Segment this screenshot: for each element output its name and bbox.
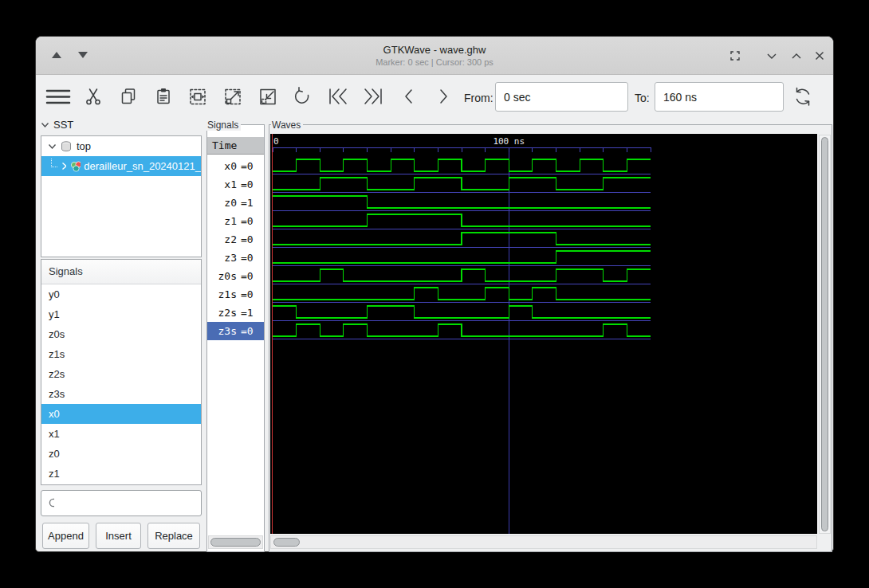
gtkwave-window: GTKWave - wave.ghw Marker: 0 sec | Curso…	[35, 36, 834, 552]
undo-button[interactable]	[292, 86, 313, 108]
shift-left-icon	[399, 86, 419, 108]
chevron-right-icon	[60, 162, 67, 171]
append-button[interactable]: Append	[42, 523, 89, 549]
zoom-fit-icon	[187, 86, 208, 108]
fetch-end-icon	[360, 86, 386, 108]
waves-frame-label: Waves	[271, 120, 303, 131]
wave-vscroll-thumb[interactable]	[821, 137, 828, 531]
from-label: From:	[464, 92, 493, 104]
svg-text:100 ns: 100 ns	[493, 136, 525, 147]
list-item[interactable]: z1s	[41, 344, 201, 364]
reload-icon	[790, 86, 816, 108]
zoom-from-selection-icon	[258, 86, 278, 108]
signal-pane-hscrollbar[interactable]	[208, 535, 263, 549]
list-item-selected[interactable]: x0	[41, 404, 201, 424]
zoom-to-selection-icon	[222, 86, 243, 108]
to-label: To:	[635, 92, 650, 104]
tree-item-derailleur[interactable]: derailleur_sn_20240121_	[41, 156, 201, 176]
copy-icon	[118, 86, 139, 108]
minimize-button[interactable]	[763, 47, 781, 65]
replace-button[interactable]: Replace	[147, 523, 200, 549]
fit-window-button[interactable]	[726, 47, 744, 65]
from-input[interactable]	[495, 82, 628, 112]
sst-tree-panel: top derailleur_sn_20240121_	[41, 135, 202, 257]
wave-hscroll-thumb[interactable]	[273, 538, 300, 547]
list-item[interactable]: z1	[41, 464, 201, 484]
shift-right-button[interactable]	[433, 86, 454, 108]
signal-row[interactable]: z0s=0	[207, 267, 264, 285]
maximize-icon	[788, 47, 805, 65]
signal-row[interactable]: z1=0	[207, 212, 264, 230]
list-item[interactable]: z0s	[41, 324, 201, 344]
zoom-from-selection-button[interactable]	[258, 86, 278, 108]
fetch-start-button[interactable]	[325, 86, 351, 108]
marker-cursor-status: Marker: 0 sec | Cursor: 300 ps	[36, 57, 833, 67]
svg-text:0: 0	[273, 136, 279, 147]
cut-button[interactable]	[83, 86, 104, 108]
signal-list-panel: Signals y0 y1 z0s z1s z2s z3s x0 x1 z0 z…	[41, 259, 202, 485]
list-item[interactable]: z3s	[41, 384, 201, 404]
signal-row[interactable]: z0=1	[207, 194, 264, 212]
chevron-down-icon	[48, 142, 57, 151]
close-icon	[811, 47, 828, 65]
minimize-icon	[763, 47, 781, 65]
list-item[interactable]: y1	[41, 304, 201, 324]
signal-search-box[interactable]	[41, 490, 202, 516]
fetch-start-icon	[325, 86, 351, 108]
shift-right-icon	[433, 86, 454, 108]
tree-guide-line	[51, 159, 57, 167]
titlebar[interactable]: GTKWave - wave.ghw Marker: 0 sec | Curso…	[36, 37, 833, 75]
signals-frame-label: Signals	[206, 120, 241, 131]
reload-button[interactable]	[790, 86, 816, 108]
zoom-to-selection-button[interactable]	[222, 86, 243, 108]
signal-row[interactable]: z1s=0	[207, 285, 264, 304]
desktop-background: GTKWave - wave.ghw Marker: 0 sec | Curso…	[0, 0, 869, 588]
signal-list-header[interactable]: Signals	[41, 260, 201, 284]
cut-icon	[83, 86, 104, 108]
window-title: GTKWave - wave.ghw	[36, 44, 833, 56]
to-input[interactable]	[655, 82, 784, 112]
menu-button[interactable]	[45, 86, 71, 108]
signal-pane-hscroll-thumb[interactable]	[210, 538, 261, 547]
wave-hscrollbar[interactable]	[270, 535, 817, 549]
signal-row[interactable]: x1=0	[207, 175, 264, 194]
undo-icon	[292, 86, 313, 108]
database-icon	[60, 140, 73, 153]
maximize-button[interactable]	[788, 47, 805, 65]
list-item[interactable]: z0	[41, 444, 201, 464]
chevron-down-icon	[41, 120, 49, 129]
signal-row[interactable]: x0=0	[207, 157, 264, 175]
list-item[interactable]: z2s	[41, 364, 201, 384]
tree-item-label: derailleur_sn_20240121_	[84, 160, 201, 172]
wave-vscrollbar[interactable]	[819, 135, 831, 534]
sst-header-label: SST	[53, 119, 73, 131]
close-button[interactable]	[811, 47, 828, 65]
fetch-end-button[interactable]	[360, 86, 386, 108]
paste-button[interactable]	[153, 86, 174, 108]
search-icon	[48, 497, 54, 510]
list-item[interactable]: x1	[41, 424, 201, 444]
insert-button[interactable]: Insert	[96, 523, 141, 549]
list-item[interactable]: y0	[41, 284, 201, 304]
tree-item-label: top	[77, 140, 91, 152]
paste-icon	[153, 86, 174, 108]
zoom-fit-button[interactable]	[187, 86, 208, 108]
signal-row[interactable]: z2=0	[207, 230, 264, 249]
module-icon	[69, 160, 81, 173]
time-header[interactable]: Time	[207, 137, 264, 155]
sst-header[interactable]: SST	[41, 119, 73, 131]
search-input[interactable]	[57, 496, 201, 510]
hamburger-menu-icon	[45, 86, 71, 108]
tree-item-top[interactable]: top	[41, 136, 201, 156]
fit-window-icon	[726, 47, 744, 65]
signal-row[interactable]: z3=0	[207, 249, 264, 267]
shift-left-button[interactable]	[399, 86, 419, 108]
signal-row-selected[interactable]: z3s=0	[207, 322, 264, 340]
wave-display[interactable]: 0100 ns	[270, 134, 817, 534]
signal-row[interactable]: z2s=1	[207, 304, 264, 322]
waveform-canvas: 0100 ns	[270, 134, 817, 534]
copy-button[interactable]	[118, 86, 139, 108]
